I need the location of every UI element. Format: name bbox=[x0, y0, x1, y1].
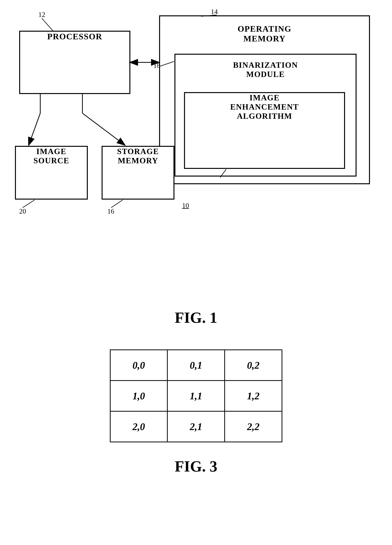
image-source-box: IMAGESOURCE bbox=[15, 146, 88, 200]
processor-box: PROCESSOR bbox=[19, 31, 130, 94]
grid-cell: 2,1 bbox=[167, 411, 225, 442]
svg-line-12 bbox=[111, 200, 123, 208]
ref-20: 20 bbox=[19, 207, 26, 215]
image-enhancement-algorithm-label: IMAGEENHANCEMENTALGORITHM bbox=[185, 93, 344, 121]
storage-memory-box: STORAGEMEMORY bbox=[102, 146, 175, 200]
ref-14: 14 bbox=[211, 8, 218, 16]
svg-line-6 bbox=[29, 113, 40, 145]
grid-cell: 0,1 bbox=[167, 350, 225, 381]
grid-cell: 1,2 bbox=[225, 381, 282, 411]
svg-line-2 bbox=[42, 18, 54, 32]
grid-cell: 1,1 bbox=[167, 381, 225, 411]
binarization-module-label: BINARIZATIONMODULE bbox=[175, 61, 356, 79]
operating-memory-label: OPERATINGMEMORY bbox=[160, 24, 369, 43]
ref-10: 10 bbox=[182, 202, 189, 210]
processor-label: PROCESSOR bbox=[20, 32, 129, 41]
fig1-section: 12 14 18 22 10 20 16 OPERATINGMEMORY BIN… bbox=[0, 0, 392, 303]
image-source-label: IMAGESOURCE bbox=[16, 147, 87, 165]
fig1-caption: FIG. 1 bbox=[0, 309, 392, 326]
grid-cell: 1,0 bbox=[110, 381, 168, 411]
ref-12: 12 bbox=[38, 11, 45, 19]
fig3-caption: FIG. 3 bbox=[0, 458, 392, 475]
grid-cell: 0,2 bbox=[225, 350, 282, 381]
svg-line-11 bbox=[23, 200, 35, 208]
fig3-grid: 0,00,10,21,01,11,22,02,12,2 bbox=[110, 349, 282, 442]
storage-memory-label: STORAGEMEMORY bbox=[103, 147, 174, 165]
ref-16: 16 bbox=[107, 207, 114, 215]
svg-line-8 bbox=[82, 113, 125, 145]
fig3-section: 0,00,10,21,01,11,22,02,12,2 FIG. 3 bbox=[0, 349, 392, 475]
grid-cell: 2,2 bbox=[225, 411, 282, 442]
image-enhancement-algorithm-box: IMAGEENHANCEMENTALGORITHM bbox=[184, 92, 345, 169]
grid-cell: 2,0 bbox=[110, 411, 168, 442]
grid-cell: 0,0 bbox=[110, 350, 168, 381]
